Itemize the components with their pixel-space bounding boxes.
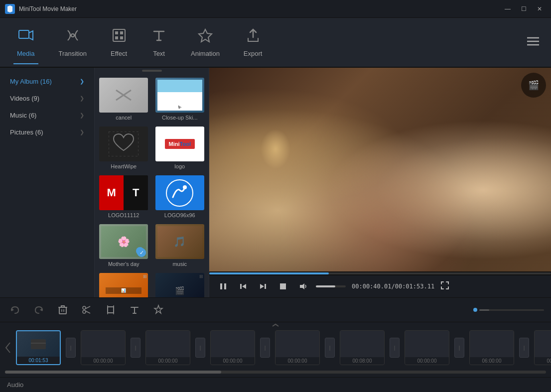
- media-thumb-logo11: M T: [99, 175, 148, 210]
- undo-button[interactable]: [7, 302, 23, 318]
- media-grid-scroll[interactable]: cancel ⛷ Close-up Ski...: [95, 74, 209, 297]
- volume-slider[interactable]: [316, 285, 346, 287]
- track-divider: |: [193, 330, 207, 365]
- stop-button[interactable]: [276, 279, 290, 293]
- media-thumb-dark: ⊞ 🎬: [155, 273, 204, 297]
- svg-rect-36: [31, 339, 46, 349]
- media-item-cancel[interactable]: cancel: [97, 76, 151, 123]
- scissors-button[interactable]: [79, 302, 95, 318]
- title-bar: MiniTool Movie Maker — ☐ ✕: [0, 0, 551, 18]
- media-label-music: music: [155, 261, 205, 267]
- svg-marker-23: [11, 308, 14, 311]
- media-item-dark[interactable]: ⊞ 🎬 ...: [153, 271, 207, 297]
- track-divider: |: [258, 330, 272, 365]
- app-title: MiniTool Movie Maker: [19, 5, 501, 12]
- sidebar-item-videos[interactable]: Videos (9) ❯: [3, 90, 91, 107]
- skip-forward-button[interactable]: [256, 279, 270, 293]
- svg-marker-22: [300, 283, 304, 289]
- timeline-tracks[interactable]: 00:01:53 | 00:00:00 | 00:00:00 | 00:00:0…: [0, 328, 551, 367]
- toolbar-export[interactable]: Export: [232, 22, 275, 62]
- timeline-track-7[interactable]: 00:00:00: [405, 330, 449, 365]
- timeline-scrollbar[interactable]: [5, 371, 546, 374]
- svg-rect-25: [59, 307, 66, 314]
- preview-panel: 🎬: [209, 68, 551, 297]
- media-thumb-ski: ⛷: [155, 78, 204, 113]
- minimize-button[interactable]: —: [501, 3, 514, 14]
- preview-controls: 00:00:40.01/00:01:53.11: [209, 275, 551, 297]
- timeline-bottom: [0, 367, 551, 377]
- track-divider: |: [517, 330, 531, 365]
- menu-button[interactable]: [520, 32, 546, 53]
- media-label: Media: [17, 50, 34, 57]
- toolbar-transition[interactable]: Transition: [46, 22, 99, 62]
- media-item-logo11[interactable]: M T LOGO11112: [97, 173, 151, 220]
- play-pause-button[interactable]: [216, 279, 230, 293]
- track-divider: |: [388, 330, 402, 365]
- volume-button[interactable]: [296, 279, 310, 293]
- sidebar-item-album[interactable]: My Album (16) ❯: [3, 73, 91, 90]
- timeline-track-5[interactable]: 00:00:00: [275, 330, 320, 365]
- timeline: 00:01:53 | 00:00:00 | 00:00:00 | 00:00:0…: [0, 322, 551, 377]
- svg-rect-4: [120, 31, 123, 34]
- media-label-mothers: Mother's day: [99, 261, 149, 267]
- timeline-track-6[interactable]: 00:08:00: [340, 330, 385, 365]
- media-item-orange[interactable]: ⊞ 📊 ...: [97, 271, 151, 297]
- effects-button[interactable]: [150, 302, 166, 318]
- animation-label: Animation: [191, 50, 220, 57]
- media-thumb-orange: ⊞ 📊: [99, 273, 148, 297]
- track-time-4: 00:00:00: [211, 357, 255, 365]
- sidebar-item-music[interactable]: Music (6) ❯: [3, 107, 91, 124]
- toolbar-media[interactable]: Media: [5, 22, 46, 62]
- media-icon: [18, 27, 34, 46]
- main-content: My Album (16) ❯ Videos (9) ❯ Music (6) ❯…: [0, 68, 551, 297]
- sidebar-item-pictures[interactable]: Pictures (6) ❯: [3, 124, 91, 140]
- preview-scene: [209, 68, 551, 271]
- track-divider: |: [452, 330, 466, 365]
- svg-marker-19: [260, 284, 264, 289]
- delete-button[interactable]: [55, 302, 71, 318]
- close-button[interactable]: ✕: [533, 3, 546, 14]
- sidebar-label-pictures: Pictures (6): [10, 129, 43, 136]
- svg-rect-20: [265, 284, 266, 289]
- zoom-slider[interactable]: [473, 308, 544, 312]
- timeline-track-8[interactable]: 06:00:00: [469, 330, 514, 365]
- timeline-track-4[interactable]: 00:00:00: [210, 330, 255, 365]
- svg-rect-5: [115, 36, 118, 39]
- media-item-music[interactable]: 🎵 music: [153, 222, 207, 269]
- track-time-5: 00:00:00: [276, 357, 319, 365]
- track-time-6: 00:08:00: [340, 357, 384, 365]
- effect-label: Effect: [111, 50, 127, 57]
- redo-button[interactable]: [31, 302, 47, 318]
- timeline-track-9[interactable]: 00:00:00: [534, 330, 551, 365]
- fullscreen-button[interactable]: [440, 281, 449, 292]
- svg-marker-35: [154, 305, 162, 313]
- media-item-logo[interactable]: MiniTool logo: [153, 125, 207, 171]
- restore-button[interactable]: ☐: [517, 3, 530, 14]
- media-item-ski[interactable]: ⛷ Close-up Ski...: [153, 76, 207, 123]
- svg-rect-3: [115, 31, 118, 34]
- media-thumb-cancel: [99, 78, 148, 113]
- toolbar-text[interactable]: Text: [139, 22, 179, 62]
- video-progress-bar[interactable]: [209, 272, 551, 274]
- media-item-logo96[interactable]: LOGO96x96: [153, 173, 207, 220]
- toolbar-effect[interactable]: Effect: [99, 22, 139, 62]
- toolbar-animation[interactable]: Animation: [179, 22, 232, 62]
- crop-button[interactable]: [103, 302, 119, 318]
- skip-back-button[interactable]: [236, 279, 250, 293]
- media-thumb-logo: MiniTool: [155, 127, 204, 161]
- timeline-track-1[interactable]: 00:01:53: [16, 330, 61, 365]
- media-item-mothers[interactable]: 🌸 ✓ Mother's day: [97, 222, 151, 269]
- transition-icon: [65, 27, 81, 46]
- media-thumb-heartwipe: [99, 127, 148, 161]
- chevron-right-icon: ❯: [80, 78, 84, 85]
- svg-rect-16: [224, 283, 226, 289]
- media-thumb-music: 🎵: [155, 224, 204, 259]
- text-timeline-button[interactable]: [127, 302, 142, 318]
- track-time-3: 00:00:00: [146, 357, 190, 365]
- timeline-track-3[interactable]: 00:00:00: [145, 330, 190, 365]
- timeline-track-2[interactable]: 00:00:00: [81, 330, 126, 365]
- svg-rect-18: [240, 284, 242, 289]
- svg-marker-17: [242, 284, 246, 289]
- media-item-heartwipe[interactable]: HeartWipe: [97, 125, 151, 171]
- track-divider: |: [323, 330, 337, 365]
